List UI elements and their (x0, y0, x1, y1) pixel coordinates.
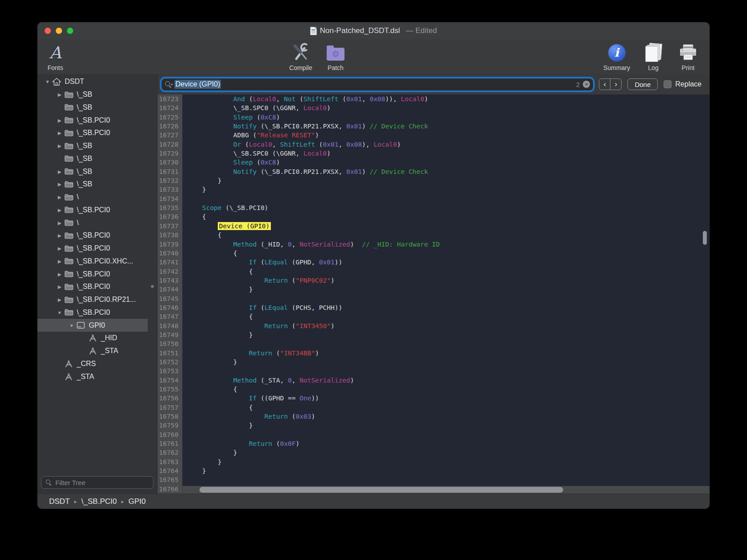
line-number: 16732 (158, 176, 183, 185)
disclosure-triangle-icon[interactable]: ▶ (55, 233, 64, 238)
tree-item-sbpci0[interactable]: ▶ \_SB.PCI0 (37, 268, 148, 280)
filter-tree-input[interactable]: Filter Tree (41, 476, 154, 489)
tree-item-sb[interactable]: ▶ \_SB (37, 178, 148, 191)
close-window-button[interactable] (45, 28, 51, 34)
breadcrumb-item[interactable]: DSDT (49, 497, 70, 506)
tree-item-gpi0[interactable]: ▼ GPI0 (37, 319, 148, 332)
done-button[interactable]: Done (627, 78, 658, 90)
tree-item-sbpci0[interactable]: ▶ \_SB.PCI0 (37, 127, 148, 140)
line-number: 16756 (158, 394, 183, 403)
tree-item-hid[interactable]: _HID (37, 332, 148, 345)
tree-item-[interactable]: ▶ \ (37, 191, 148, 204)
window-title: Non-Patched_DSDT.dsl (320, 26, 400, 35)
horizontal-scrollbar-thumb[interactable] (199, 487, 563, 493)
tree-item-sb[interactable]: \_SB (37, 152, 148, 165)
breadcrumb-item[interactable]: GPI0 (129, 497, 146, 506)
disclosure-triangle-icon[interactable]: ▶ (55, 207, 64, 213)
disclosure-triangle-icon[interactable]: ▶ (55, 259, 64, 264)
clear-search-button[interactable]: ✕ (583, 81, 590, 88)
code-line: 16735 Scope (\_SB.PCI0) (158, 203, 710, 212)
fonts-button[interactable]: A Fonts (44, 42, 67, 71)
line-number: 16765 (158, 475, 183, 484)
document-proxy-icon[interactable] (310, 27, 317, 35)
disclosure-triangle-icon[interactable]: ▶ (55, 143, 64, 148)
compile-button[interactable]: Compile (289, 42, 312, 71)
code-line: 16749 } (158, 330, 710, 339)
disclosure-triangle-icon[interactable]: ▶ (55, 246, 64, 251)
code-line: 16733 } (158, 185, 710, 194)
patch-button[interactable]: ⚙ Patch (324, 42, 347, 71)
tree-item-dsdt[interactable]: ▼ DSDT (37, 75, 148, 88)
title-bar[interactable]: Non-Patched_DSDT.dsl — Edited (37, 22, 710, 39)
disclosure-triangle-icon[interactable]: ▶ (55, 272, 64, 277)
search-match-count: 2 (576, 81, 580, 88)
disclosure-triangle-icon[interactable]: ▶ (55, 220, 64, 226)
log-button[interactable]: Log (642, 42, 665, 71)
code-line-text (183, 294, 187, 303)
code-line-text: } (183, 421, 253, 430)
disclosure-triangle-icon[interactable]: ▶ (55, 284, 64, 289)
tree-item-label: GPI0 (89, 321, 105, 329)
print-button[interactable]: Print (676, 42, 700, 71)
tree-item-label: \_SB.PCI0 (77, 129, 110, 137)
disclosure-triangle-icon[interactable]: ▶ (55, 169, 64, 174)
tree-item-sb[interactable]: ▶ \_SB (37, 140, 148, 152)
line-number: 16737 (158, 222, 183, 231)
tree-item-sta[interactable]: _STA (37, 370, 148, 383)
fonts-icon: A (50, 45, 62, 61)
code-line-text: Device (GPI0) (183, 222, 271, 231)
find-previous-button[interactable]: ‹ (599, 79, 610, 90)
find-next-button[interactable]: › (610, 79, 621, 90)
disclosure-triangle-icon[interactable]: ▶ (55, 194, 64, 200)
disclosure-triangle-icon[interactable]: ▼ (43, 79, 52, 84)
disclosure-triangle-icon[interactable]: ▼ (67, 323, 76, 328)
search-input[interactable]: ▾ Device (GPI0) 2 ✕ (162, 78, 593, 91)
folder-icon (64, 167, 74, 176)
code-line: 16737 Device (GPI0) (158, 222, 710, 231)
tree-item-sbpci0[interactable]: ▶ \_SB.PCI0 (37, 114, 148, 127)
code-line-text: Notify (\_SB.PCI0.RP21.PXSX, 0x01) // De… (183, 167, 428, 176)
code-line: 16742 { (158, 267, 710, 276)
replace-checkbox[interactable] (664, 80, 672, 88)
disclosure-triangle-icon[interactable]: ▶ (55, 181, 64, 187)
code-line: 16748 Return ("INT3450") (158, 321, 710, 330)
line-number: 16728 (158, 140, 183, 149)
tree-item-sbpci0[interactable]: ▶ \_SB.PCI0 (37, 280, 148, 293)
split-divider-handle[interactable] (151, 285, 154, 288)
tree-item-sb[interactable]: \_SB (37, 101, 148, 114)
tree-item-crs[interactable]: _CRS (37, 358, 148, 371)
disclosure-triangle-icon[interactable]: ▶ (55, 118, 64, 123)
code-line-text: Return ("INT34BB") (183, 349, 319, 358)
tree-item-sbpci0xhc[interactable]: ▶ \_SB.PCI0.XHC... (37, 255, 148, 268)
disclosure-triangle-icon[interactable]: ▼ (55, 310, 64, 315)
tree-item-sbpci0[interactable]: ▼ \_SB.PCI0 (37, 306, 148, 319)
disclosure-triangle-icon[interactable]: ▶ (55, 130, 64, 136)
tree-item-sb[interactable]: ▶ \_SB (37, 165, 148, 178)
zoom-window-button[interactable] (67, 28, 73, 34)
code-line-text: Scope (\_SB.PCI0) (183, 203, 268, 212)
vertical-scrollbar-thumb[interactable] (703, 231, 707, 245)
horizontal-scrollbar-track[interactable] (183, 486, 710, 494)
method-icon (88, 346, 98, 355)
line-number: 16755 (158, 385, 183, 394)
code-line: 16760 (158, 430, 710, 439)
minimize-window-button[interactable] (56, 28, 62, 34)
folder-icon (64, 180, 74, 189)
code-editor[interactable]: 16723 And (Local0, Not (ShiftLeft (0x01,… (158, 95, 710, 494)
folder-icon (64, 116, 74, 125)
tree-item-sbpci0[interactable]: ▶ \_SB.PCI0 (37, 242, 148, 255)
line-number: 16759 (158, 421, 183, 430)
tree-item-sbpci0[interactable]: ▶ \_SB.PCI0 (37, 229, 148, 242)
disclosure-triangle-icon[interactable]: ▶ (55, 297, 64, 302)
tree-item-sbpci0[interactable]: ▶ \_SB.PCI0 (37, 204, 148, 217)
tree-item-sbpci0rp21[interactable]: ▶ \_SB.PCI0.RP21... (37, 293, 148, 306)
breadcrumb-item[interactable]: \_SB.PCI0 (81, 497, 116, 506)
tree-item-sb[interactable]: ▶ \_SB (37, 88, 148, 101)
tree-item-[interactable]: ▶ \ (37, 216, 148, 229)
tree-item-sta[interactable]: _STA (37, 345, 148, 358)
code-line: 16753 (158, 366, 710, 375)
disclosure-triangle-icon[interactable]: ▶ (55, 92, 64, 97)
summary-button[interactable]: i Summary (603, 42, 630, 71)
line-number: 16724 (158, 103, 183, 112)
code-line-text: { (183, 212, 206, 221)
